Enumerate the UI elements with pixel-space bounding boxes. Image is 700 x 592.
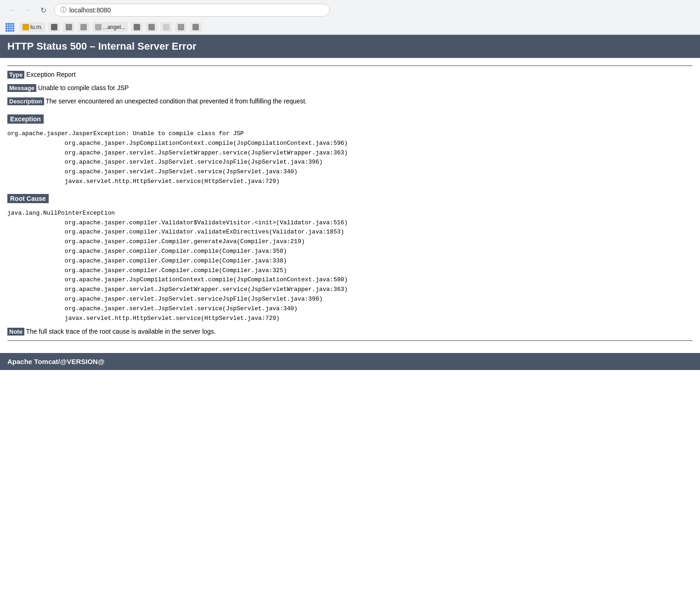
type-label: Type xyxy=(7,71,24,79)
root-cause-trace: java.lang.NullPointerException org.apach… xyxy=(7,209,693,324)
footer-bar: Apache Tomcat/@VERSION@ xyxy=(0,353,700,370)
bookmark-9[interactable] xyxy=(175,22,187,32)
content-area: Type Exception Report Message Unable to … xyxy=(0,58,700,348)
bookmark-1[interactable]: lu.rn. xyxy=(20,22,45,32)
exception-section: Exception org.apache.jasper.JasperExcept… xyxy=(7,110,693,187)
address-bar[interactable]: ⓘ localhost:8080 xyxy=(54,4,330,17)
browser-toolbar: ← → ↻ ⓘ localhost:8080 xyxy=(0,0,700,20)
page-content: HTTP Status 500 – Internal Server Error … xyxy=(0,35,700,370)
note-row: Note The full stack trace of the root ca… xyxy=(7,327,693,336)
page-title: HTTP Status 500 – Internal Server Error xyxy=(7,40,693,52)
apps-icon[interactable] xyxy=(6,23,14,32)
exception-label: Exception xyxy=(7,114,44,124)
description-label: Description xyxy=(7,97,44,105)
top-divider xyxy=(7,65,693,66)
back-button[interactable]: ← xyxy=(6,4,18,17)
description-row: Description The server encountered an un… xyxy=(7,97,693,106)
bookmark-8[interactable] xyxy=(160,22,172,32)
info-icon: ⓘ xyxy=(60,6,67,14)
bookmark-5[interactable]: ...angel... xyxy=(92,22,128,32)
url-text: localhost:8080 xyxy=(69,6,111,14)
exception-trace: org.apache.jasper.JasperException: Unabl… xyxy=(7,129,693,187)
message-row: Message Unable to compile class for JSP xyxy=(7,83,693,93)
forward-button[interactable]: → xyxy=(21,4,34,17)
note-value: The full stack trace of the root cause i… xyxy=(26,328,216,335)
error-header: HTTP Status 500 – Internal Server Error xyxy=(0,35,700,58)
bookmarks-bar: lu.rn. ...angel... xyxy=(0,20,700,34)
bottom-divider xyxy=(7,340,693,341)
message-value: Unable to compile class for JSP xyxy=(38,84,129,91)
bookmark-3[interactable] xyxy=(63,22,75,32)
note-label: Note xyxy=(7,328,24,336)
root-cause-section: Root Cause java.lang.NullPointerExceptio… xyxy=(7,189,693,324)
bookmark-4[interactable] xyxy=(78,22,90,32)
browser-chrome: ← → ↻ ⓘ localhost:8080 lu.rn. xyxy=(0,0,700,35)
nav-buttons: ← → ↻ xyxy=(6,4,50,17)
description-value: The server encountered an unexpected con… xyxy=(45,97,307,105)
bookmark-10[interactable] xyxy=(190,22,202,32)
bookmark-7[interactable] xyxy=(146,22,158,32)
bookmark-1-label: lu.rn. xyxy=(30,24,43,30)
bookmark-2[interactable] xyxy=(48,22,60,32)
footer-text: Apache Tomcat/@VERSION@ xyxy=(7,358,105,365)
reload-button[interactable]: ↻ xyxy=(37,4,50,17)
root-cause-label: Root Cause xyxy=(7,194,49,203)
type-row: Type Exception Report xyxy=(7,70,693,80)
message-label: Message xyxy=(7,84,36,92)
bookmark-6[interactable] xyxy=(131,22,143,32)
bookmark-5-label: ...angel... xyxy=(103,24,125,30)
type-value: Exception Report xyxy=(26,71,75,78)
